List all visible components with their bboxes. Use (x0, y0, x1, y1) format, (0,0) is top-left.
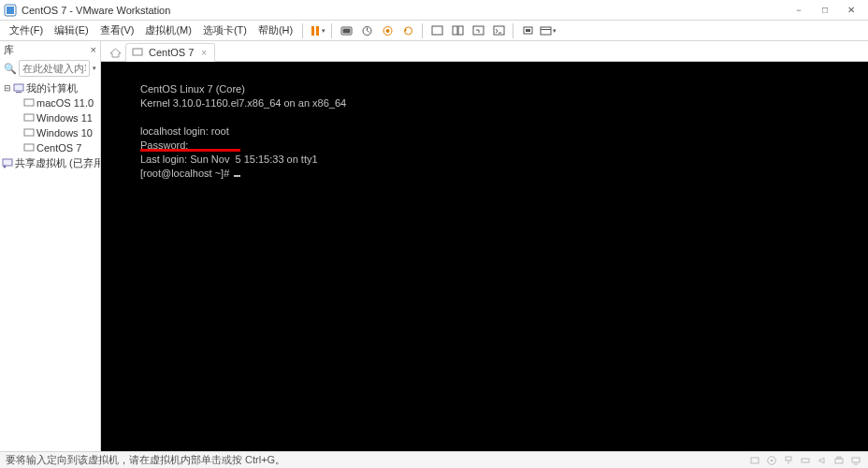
svg-point-8 (385, 29, 389, 33)
status-net-icon[interactable] (782, 454, 795, 467)
stretch-guest-icon[interactable] (517, 22, 538, 40)
svg-rect-28 (751, 458, 759, 463)
svg-rect-11 (453, 26, 457, 35)
svg-rect-17 (541, 27, 551, 35)
svg-rect-19 (14, 84, 23, 91)
svg-rect-2 (311, 26, 314, 36)
main-area: CentOS 7 × CentOS Linux 7 (Core) Kernel … (101, 41, 868, 451)
window-title: CentOS 7 - VMware Workstation (22, 5, 786, 16)
tab-close-icon[interactable]: × (201, 48, 207, 58)
menu-edit[interactable]: 编辑(E) (49, 22, 94, 39)
console-line: CentOS Linux 7 (Core) (140, 83, 245, 95)
tree-item-win11[interactable]: Windows 11 (2, 110, 98, 125)
snapshot-manager-icon[interactable] (377, 22, 398, 40)
statusbar: 要将输入定向到该虚拟机，请在虚拟机内部单击或按 Ctrl+G。 (0, 451, 868, 468)
svg-rect-33 (802, 459, 809, 462)
svg-rect-24 (24, 144, 34, 151)
svg-rect-31 (786, 457, 791, 461)
tree-item-centos7[interactable]: CentOS 7 (2, 140, 98, 155)
svg-rect-23 (24, 129, 34, 136)
vm-icon (22, 112, 35, 124)
library-tree: ⊟ 我的计算机 macOS 11.0 Windows 11 Windows 10 (0, 79, 100, 451)
svg-rect-22 (24, 114, 34, 121)
window-titlebar: CentOS 7 - VMware Workstation － □ ✕ (0, 0, 868, 21)
svg-point-26 (4, 166, 7, 168)
minimize-button[interactable]: － (786, 1, 812, 20)
seamless-icon[interactable] (468, 22, 488, 40)
sidebar-close-icon[interactable]: × (91, 44, 96, 55)
snapshot-icon[interactable] (356, 22, 377, 40)
console-line: Last login: Sun Nov 5 15:15:33 on tty1 (140, 154, 318, 165)
tree-shared-vm-label: 共享虚拟机 (已弃用) (15, 156, 100, 170)
svg-rect-3 (316, 26, 319, 36)
svg-rect-20 (16, 92, 22, 93)
home-tab-button[interactable] (107, 44, 123, 61)
vm-tabbar: CentOS 7 × (101, 41, 868, 62)
menubar: 文件(F) 编辑(E) 查看(V) 虚拟机(M) 选项卡(T) 帮助(H) ▾ … (0, 21, 868, 41)
library-sidebar: 库 × 🔍 ▾ ⊟ 我的计算机 macOS 11.0 Windows 11 (0, 41, 101, 451)
tree-root-my-computer[interactable]: ⊟ 我的计算机 (2, 80, 98, 95)
console-prompt: [root@localhost ~]# (140, 168, 232, 179)
svg-rect-35 (837, 457, 841, 459)
vm-console-screen[interactable]: CentOS Linux 7 (Core) Kernel 3.10.0-1160… (101, 62, 868, 451)
search-dropdown-icon[interactable]: ▾ (93, 65, 96, 72)
vm-icon (22, 97, 35, 110)
status-display-icon[interactable] (849, 454, 862, 467)
svg-rect-14 (494, 26, 504, 35)
search-icon: 🔍 (4, 63, 17, 75)
fullscreen-icon[interactable] (427, 22, 447, 40)
close-button[interactable]: ✕ (838, 1, 864, 20)
vm-console-viewport[interactable]: CentOS Linux 7 (Core) Kernel 3.10.0-1160… (101, 62, 868, 451)
computer-icon (12, 82, 24, 95)
annotation-red-underline (140, 149, 240, 152)
svg-rect-5 (342, 29, 350, 34)
maximize-button[interactable]: □ (812, 1, 838, 20)
tree-shared-vm[interactable]: 共享虚拟机 (已弃用) (2, 155, 98, 170)
status-device-icon[interactable] (748, 454, 761, 467)
vm-icon (22, 127, 35, 139)
console-cursor (234, 175, 240, 177)
svg-rect-10 (432, 26, 442, 35)
pause-button[interactable]: ▾ (307, 22, 327, 40)
unity-icon[interactable] (447, 22, 468, 40)
console-line: localhost login: root (140, 125, 229, 137)
statusbar-text: 要将输入定向到该虚拟机，请在虚拟机内部单击或按 Ctrl+G。 (6, 453, 285, 467)
svg-rect-12 (458, 26, 463, 35)
status-cd-icon[interactable] (765, 454, 778, 467)
status-usb-icon[interactable] (799, 454, 812, 467)
tree-item-label: macOS 11.0 (36, 97, 94, 109)
tree-item-win10[interactable]: Windows 10 (2, 125, 98, 140)
console-view-icon[interactable] (488, 22, 509, 40)
svg-rect-36 (852, 458, 860, 462)
svg-rect-34 (835, 459, 843, 463)
svg-rect-25 (3, 159, 12, 166)
revert-snapshot-icon[interactable] (398, 22, 418, 40)
menu-view[interactable]: 查看(V) (94, 22, 140, 39)
status-printer-icon[interactable] (832, 454, 846, 467)
tree-item-label: CentOS 7 (36, 142, 81, 154)
vm-icon (22, 142, 35, 154)
stretch-menu-icon[interactable]: ▾ (538, 22, 558, 40)
console-line: Kernel 3.10.0-1160.el7.x86_64 on an x86_… (140, 97, 346, 109)
svg-rect-1 (7, 7, 14, 14)
vmware-icon (4, 4, 17, 17)
menu-help[interactable]: 帮助(H) (253, 22, 298, 39)
tree-item-label: Windows 11 (36, 112, 93, 124)
tab-centos7[interactable]: CentOS 7 × (125, 43, 215, 62)
send-ctrl-alt-del-icon[interactable] (336, 22, 356, 40)
tree-item-label: Windows 10 (36, 127, 93, 139)
tree-item-macos[interactable]: macOS 11.0 (2, 95, 98, 110)
status-sound-icon[interactable] (816, 454, 829, 467)
menu-vm[interactable]: 虚拟机(M) (139, 22, 197, 39)
shared-vm-icon (2, 157, 13, 169)
svg-rect-21 (24, 99, 34, 106)
menu-file[interactable]: 文件(F) (4, 22, 49, 39)
svg-rect-16 (526, 29, 530, 32)
svg-rect-27 (133, 49, 142, 55)
tab-label: CentOS 7 (149, 47, 194, 58)
menu-tabs[interactable]: 选项卡(T) (197, 22, 253, 39)
vm-icon (131, 47, 143, 59)
svg-point-30 (771, 459, 773, 461)
library-search-input[interactable] (19, 60, 90, 77)
tree-root-label: 我的计算机 (26, 81, 78, 95)
